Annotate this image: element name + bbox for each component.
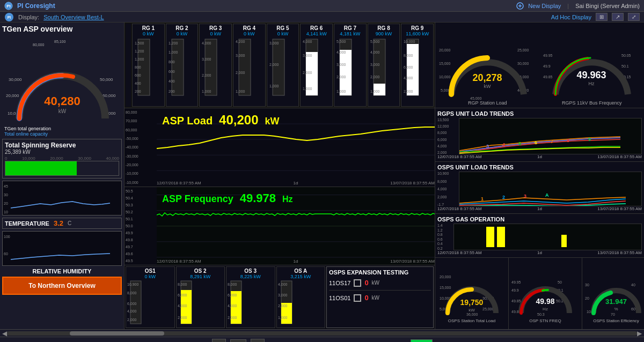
osps-eff-gauge-svg: 30 20 40 50 60 70 100 31.947 %	[584, 259, 644, 318]
svg-text:15,000: 15,000	[440, 286, 451, 289]
svg-text:4,000: 4,000	[336, 50, 346, 54]
asp-freq-value: 49.978	[240, 191, 276, 205]
bottom-bar: 12/07/2018 8:37:55 AM ◀ 1d ▶ Now 12/07/2…	[0, 337, 644, 342]
svg-rect-65	[340, 50, 352, 95]
scroll-right-btn[interactable]: ▶	[637, 330, 642, 337]
svg-text:20,278: 20,278	[472, 72, 502, 83]
rg-col-7: RG 7 4,181 kW 5,5004,0003,0002,0001,000	[334, 24, 367, 107]
os-col-a: OS A 3,215 kW 4,000 3,000 2,000 1,000	[276, 266, 326, 328]
svg-text:60: 60	[631, 307, 635, 311]
rgps-freq-section: 49.95 50.05 49.9 50.1 49.85 50.15 49.963…	[540, 23, 645, 108]
svg-text:800: 800	[135, 65, 141, 69]
bottombar-center: ◀ 1d ▶	[212, 339, 265, 342]
osps-check-2[interactable]	[354, 294, 361, 302]
next-btn[interactable]: ▶	[251, 339, 265, 342]
asp-freq-label: ASP Frequency	[162, 194, 233, 205]
svg-text:49.95: 49.95	[543, 54, 553, 57]
svg-text:20,000: 20,000	[6, 93, 19, 98]
svg-text:70: 70	[611, 313, 615, 316]
osps-trends-svg: 1 2 3 A	[459, 172, 641, 206]
osps-gas-svg	[454, 224, 641, 250]
osps-gas-title: OSPS GAS OPERATION	[437, 216, 642, 222]
svg-text:2,000: 2,000	[228, 316, 237, 319]
scroll-left-btn[interactable]: ◀	[2, 330, 7, 337]
svg-text:45: 45	[4, 184, 8, 188]
svg-text:60,000: 60,000	[103, 93, 116, 98]
svg-text:50: 50	[558, 280, 562, 284]
svg-rect-49	[239, 39, 251, 95]
osps-check-1[interactable]	[354, 279, 361, 287]
prev-btn[interactable]: ◀	[212, 339, 226, 342]
svg-text:2,000: 2,000	[404, 90, 413, 93]
northern-overview-btn[interactable]: To Northern Overview	[2, 277, 122, 295]
svg-text:6,000: 6,000	[228, 293, 237, 297]
svg-text:80,000: 80,000	[104, 121, 116, 121]
now-btn[interactable]: Now	[411, 339, 432, 343]
temp-value: 3.2	[54, 219, 63, 227]
spinning-reserve-value: 25,389 kW	[5, 149, 119, 155]
osps-row-2: 11OS01 0 kW	[329, 294, 431, 302]
svg-text:3,000: 3,000	[278, 293, 288, 297]
svg-text:15,000: 15,000	[439, 62, 451, 65]
toolbar: PI Display: South Overview Best-L Ad Hoc…	[0, 12, 644, 23]
scrollbar[interactable]: ◀ ▶	[0, 329, 644, 337]
svg-text:2,000: 2,000	[336, 75, 346, 79]
svg-text:1,200: 1,200	[135, 49, 144, 53]
svg-text:8,000: 8,000	[404, 54, 413, 57]
svg-text:8,000: 8,000	[178, 282, 187, 286]
svg-rect-79	[407, 44, 419, 95]
rgps-freq-title: RGPS 11kV Bus Frequency	[562, 100, 622, 106]
asp-chart-end: 13/07/2018 8:37:55 AM	[390, 181, 435, 185]
svg-text:45,000: 45,000	[470, 96, 482, 100]
asp-load-unit: kW	[265, 116, 280, 127]
layout-btn[interactable]: ⊞	[596, 13, 608, 21]
expand-btn[interactable]: ⤢	[628, 13, 640, 21]
svg-text:4,000: 4,000	[303, 40, 312, 43]
svg-text:1: 1	[481, 196, 484, 202]
svg-text:2,000: 2,000	[202, 73, 211, 77]
humidity-chart: 100 60	[2, 231, 122, 266]
svg-text:100: 100	[4, 235, 10, 239]
scroll-thumb[interactable]	[70, 331, 164, 336]
svg-text:0: 0	[4, 121, 6, 121]
svg-text:1,000: 1,000	[169, 50, 178, 54]
asp-charts-area: 80,00070,00060,000-50,000-40,000-30,000-…	[125, 108, 435, 329]
scroll-track[interactable]	[7, 331, 637, 336]
svg-text:30,000: 30,000	[517, 62, 529, 65]
os-row: OS1 0 kW 10,900 8,000 6,000 4,000 2,000 …	[125, 265, 435, 329]
rgps-trends-section: RGPS UNIT LOAD TRENDS 13,50012,0008,0006…	[435, 108, 644, 162]
total-capacity-label: Total online capacity	[4, 131, 120, 137]
display-name[interactable]: South Overview Best-L	[43, 14, 104, 20]
new-display-label[interactable]: New Display	[528, 3, 561, 9]
svg-text:20: 20	[4, 202, 8, 205]
center-panel: RG 1 0 kW 1,5001,2001,000800600400200 RG…	[125, 23, 435, 329]
rg-col-3: RG 3 0 kW 4,0003,0002,0001,000	[199, 24, 232, 107]
rgps-trends-svg: 3 4 5 6 7 8 9	[459, 118, 641, 154]
svg-text:1,000: 1,000	[202, 90, 211, 93]
pi-logo-icon: PI	[4, 2, 13, 10]
svg-text:49.9: 49.9	[511, 288, 519, 292]
svg-text:49.95: 49.95	[511, 280, 521, 284]
rgp-gauge-svg: 15,000 20,000 25,000 30,000 10,000 35,00…	[438, 25, 537, 100]
svg-text:49.8: 49.8	[511, 310, 519, 314]
interval-btn[interactable]: 1d	[230, 339, 246, 343]
asp-chart-start: 12/07/2018 8:37:55 AM	[157, 181, 201, 185]
svg-text:3: 3	[524, 194, 526, 199]
svg-text:10,900: 10,900	[127, 282, 139, 286]
user-label: Sai Bingi (Server Admin)	[575, 3, 640, 9]
rg-row: RG 1 0 kW 1,5001,2001,000800600400200 RG…	[125, 23, 435, 108]
asp-load-value: 40,200	[219, 113, 258, 128]
svg-text:6: 6	[535, 140, 537, 145]
display-label: Display:	[18, 14, 39, 20]
ad-hoc-label[interactable]: Ad Hoc Display	[551, 14, 591, 20]
svg-text:30: 30	[585, 283, 589, 287]
svg-text:10,000: 10,000	[404, 40, 415, 43]
share-btn[interactable]: ↗	[612, 13, 624, 21]
asp-chart-mid: 1d	[294, 181, 298, 185]
humidity-label: RELATIVE HUMIDITY	[2, 268, 122, 274]
plus-icon	[516, 2, 524, 10]
osps-station-load-gauge: 15,000 20,000 10,000 5,000 25,000 30,000…	[435, 258, 509, 329]
svg-text:4,000: 4,000	[278, 282, 288, 286]
svg-text:10: 10	[4, 210, 8, 214]
svg-text:2: 2	[502, 195, 505, 200]
